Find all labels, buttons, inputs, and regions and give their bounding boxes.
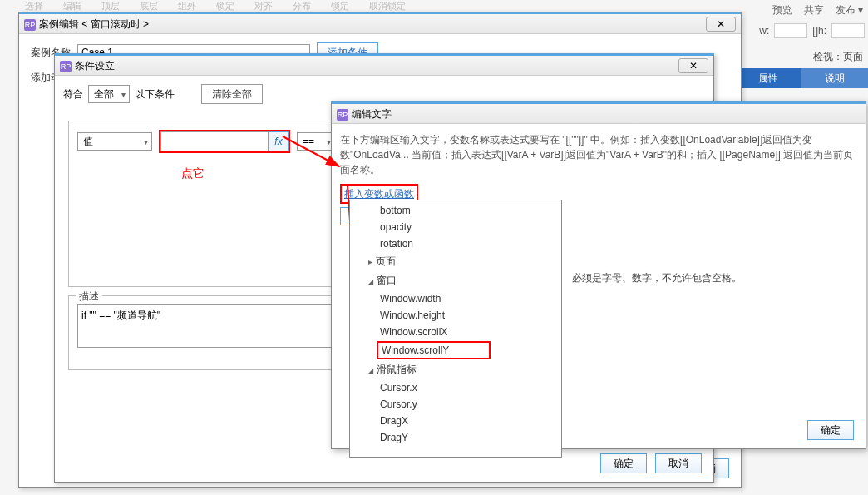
- dd-item[interactable]: DragX: [350, 413, 561, 429]
- tab-notes[interactable]: 说明: [801, 68, 868, 88]
- dd-item[interactable]: bottom: [350, 202, 561, 219]
- match-select[interactable]: 全部: [88, 85, 130, 103]
- dd-group[interactable]: 窗口: [350, 271, 561, 290]
- dd-item[interactable]: opacity: [350, 219, 561, 235]
- desc-legend: 描述: [76, 290, 102, 304]
- name-rule-hint: 必须是字母、数字，不允许包含空格。: [572, 271, 742, 285]
- match-label: 符合: [63, 87, 83, 101]
- rp-icon: RP: [337, 109, 348, 121]
- dd-item[interactable]: Window.height: [350, 307, 561, 324]
- hint-text: 在下方编辑区输入文字，变数名称或表达式要写在 "[[""]]" 中。例如：插入变…: [340, 132, 857, 177]
- dd-item[interactable]: DragY: [350, 429, 561, 446]
- value-type-select[interactable]: 值: [77, 132, 152, 151]
- dialog1-titlebar: RP案例编辑 < 窗口滚动时 > ✕: [19, 14, 741, 34]
- dd-group[interactable]: 页面: [350, 252, 561, 271]
- dialog2-title: 条件设立: [75, 60, 115, 72]
- dialog2-close[interactable]: ✕: [678, 58, 708, 73]
- size-props: w: []h:: [759, 23, 865, 38]
- fx-button[interactable]: fx: [269, 131, 289, 151]
- dialog2-ok[interactable]: 确定: [600, 453, 647, 473]
- dialog2-titlebar: RP条件设立 ✕: [55, 56, 713, 76]
- rp-icon: RP: [24, 19, 36, 31]
- dialog1-title: 案例编辑 < 窗口滚动时 >: [39, 18, 149, 30]
- top-right-actions: 预览 共享 发布 ▾: [772, 3, 863, 17]
- view-label: 检视：页面: [813, 50, 863, 64]
- dd-item[interactable]: Window.width: [350, 290, 561, 307]
- dd-item[interactable]: Cursor.y: [350, 396, 561, 413]
- side-tabs: 属性 说明: [735, 68, 868, 88]
- dialog2-cancel[interactable]: 取消: [655, 453, 702, 473]
- dd-item[interactable]: rotation: [350, 235, 561, 252]
- rp-icon: RP: [60, 61, 72, 72]
- dialog3-ok[interactable]: 确定: [807, 420, 854, 440]
- dialog3-titlebar: RP编辑文字: [332, 104, 866, 124]
- value-input[interactable]: [160, 131, 269, 151]
- clear-all-button[interactable]: 清除全部: [201, 84, 263, 104]
- dialog1-close[interactable]: ✕: [706, 17, 736, 32]
- dd-group[interactable]: 滑鼠指标: [350, 360, 561, 379]
- tab-attrs[interactable]: 属性: [735, 68, 801, 88]
- function-dropdown: bottomopacityrotation页面窗口Window.widthWin…: [349, 200, 562, 458]
- match-suffix: 以下条件: [135, 87, 175, 101]
- dd-item[interactable]: Window.scrollX: [350, 324, 561, 340]
- h-input[interactable]: [831, 23, 865, 38]
- w-input[interactable]: [774, 23, 807, 38]
- dialog3-title: 编辑文字: [352, 108, 392, 120]
- dd-item[interactable]: Cursor.x: [350, 379, 561, 396]
- dd-item-selected[interactable]: Window.scrollY: [350, 340, 561, 360]
- operator-select[interactable]: ==: [297, 132, 335, 151]
